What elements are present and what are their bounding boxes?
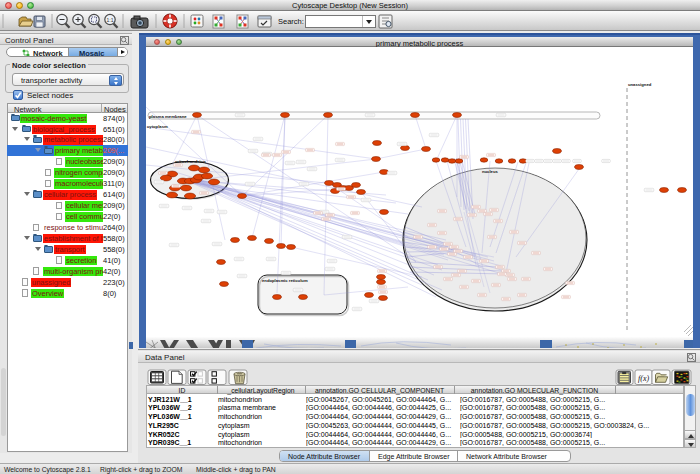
svg-text:cytoplasm: cytoplasm <box>147 124 168 129</box>
svg-text:nucleus: nucleus <box>482 169 498 174</box>
svg-text:f(x): f(x) <box>638 374 649 383</box>
svg-text:endoplasmic reticulum: endoplasmic reticulum <box>262 278 308 283</box>
svg-text:1:1: 1:1 <box>107 17 114 23</box>
svg-text:unassigned: unassigned <box>628 82 652 87</box>
svg-text:plasma membrane: plasma membrane <box>149 114 187 119</box>
svg-text:mitochondrion: mitochondrion <box>175 159 206 164</box>
